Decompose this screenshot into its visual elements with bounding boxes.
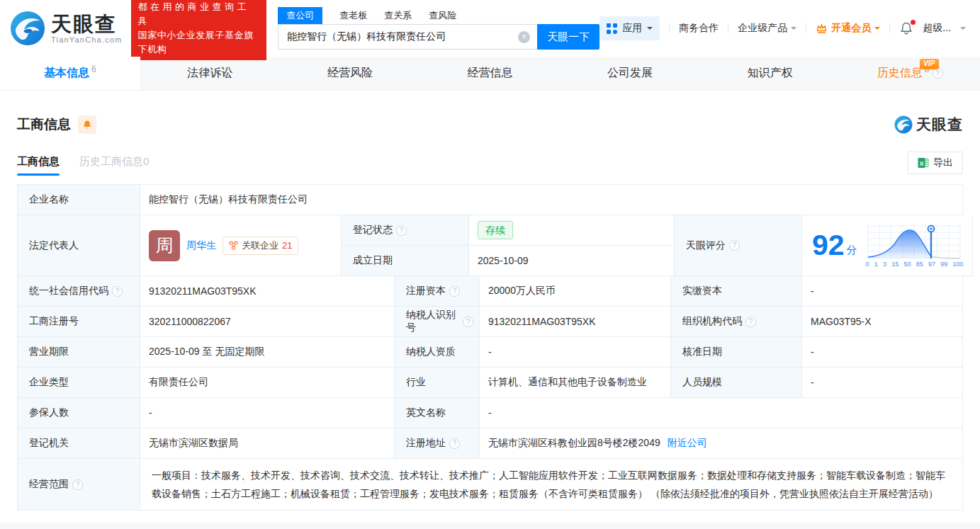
taxpayer-qual-value: - <box>480 337 671 368</box>
open-vip-menu[interactable]: 开通会员 <box>816 22 880 35</box>
score-value: 92 <box>812 231 845 260</box>
industry-value: 计算机、通信和其他电子设备制造业 <box>480 368 671 398</box>
excel-icon: X <box>918 157 929 169</box>
monitor-bell-button[interactable] <box>78 115 96 134</box>
help-icon[interactable]: ? <box>112 286 123 297</box>
table-row: 企业名称 能控智行（无锡）科技有限责任公司 <box>18 185 963 215</box>
export-button[interactable]: X 导出 <box>908 152 963 174</box>
field-label: 企业名称 <box>18 185 140 215</box>
legal-rep-link[interactable]: 周华生 <box>186 239 216 252</box>
related-companies-badge[interactable]: 关联企业 21 <box>223 237 298 255</box>
field-label: 成立日期 <box>342 246 469 276</box>
field-label: 行业 <box>395 368 480 398</box>
subtab-history-business-info[interactable]: 历史工商信息0 <box>79 155 149 176</box>
export-label: 导出 <box>933 157 953 169</box>
subtab-row: 工商信息 历史工商信息0 X 导出 <box>17 153 963 176</box>
field-label: 纳税人识别号? <box>395 307 480 337</box>
field-label: 企业类型 <box>18 368 140 398</box>
tab-business-info[interactable]: 经营信息 <box>420 57 561 90</box>
logo[interactable]: 天眼查 TianYanCha.com <box>10 11 123 46</box>
divider <box>806 23 806 33</box>
search-tab-boss[interactable]: 查老板 <box>339 7 367 24</box>
enterprise-products-label: 企业级产品 <box>738 22 787 35</box>
field-label: 人员规模 <box>671 368 802 398</box>
score-axis-ticks: 0131550859799100 <box>866 261 964 268</box>
search-tab-risk[interactable]: 查风险 <box>429 7 456 24</box>
score-unit: 分 <box>847 244 857 257</box>
apps-menu[interactable]: 应用 <box>599 16 660 40</box>
est-date-value: 2025-10-09 <box>469 246 675 276</box>
subtab-business-info[interactable]: 工商信息 <box>17 155 60 176</box>
tab-basic-info[interactable]: 基本信息 6 <box>0 57 140 90</box>
score-cell: 92 分 0131550859799100 <box>802 215 973 276</box>
field-label: 统一社会信用代码? <box>18 276 140 307</box>
tab-label: 经营风险 <box>327 66 373 81</box>
help-icon[interactable]: ? <box>729 240 740 251</box>
help-icon[interactable]: ? <box>449 286 460 297</box>
divider <box>889 23 890 33</box>
table-row: 法定代表人 周 周华生 关联企业 21 登记状态? <box>18 215 963 276</box>
open-vip-label: 开通会员 <box>831 22 871 35</box>
nearby-companies-link[interactable]: 附近公司 <box>668 437 707 450</box>
business-cooperation-link[interactable]: 商务合作 <box>679 22 719 35</box>
slogan-banner: 都在用的商业查询工具 国家中小企业发展子基金旗下机构 <box>131 0 267 60</box>
section-title: 工商信息 <box>17 115 71 134</box>
relation-graph-icon <box>229 241 238 250</box>
reg-capital-value: 20000万人民币 <box>480 276 671 307</box>
tab-company-development[interactable]: 公司发展 <box>560 57 700 90</box>
brand-name: 天眼查 <box>51 13 123 35</box>
tianyancha-logo-icon <box>10 11 45 46</box>
field-label: 营业期限 <box>18 337 140 368</box>
tab-label: 历史信息 <box>877 66 923 81</box>
notifications-button[interactable] <box>899 21 913 35</box>
chevron-down-icon[interactable] <box>960 27 966 33</box>
score-distribution-chart: 0131550859799100 <box>866 223 964 268</box>
business-scope-value: 一般项目：技术服务、技术开发、技术咨询、技术交流、技术转让、技术推广；人工智能应… <box>140 459 963 511</box>
search-tabs: 查公司 查老板 查关系 查风险 <box>278 7 599 24</box>
address-value: 无锡市滨湖区科教创业园8号楼2楼2049 <box>488 437 660 450</box>
insured-count-value: - <box>140 398 395 428</box>
help-icon[interactable]: ? <box>72 479 83 490</box>
slogan-line2: 国家中小企业发展子基金旗下机构 <box>138 28 260 57</box>
tab-legal-proceedings[interactable]: 法律诉讼 <box>140 57 281 90</box>
help-icon[interactable]: ? <box>449 438 460 449</box>
avatar[interactable]: 周 <box>149 230 180 261</box>
search-area: 查公司 查老板 查关系 查风险 × 天眼一下 <box>278 7 599 50</box>
field-label: 英文名称 <box>395 398 480 428</box>
tab-intellectual-property[interactable]: 知识产权 <box>700 57 840 90</box>
field-label: 经营范围? <box>18 459 140 511</box>
help-icon[interactable]: ? <box>745 317 756 327</box>
bell-icon <box>82 120 92 130</box>
enterprise-products-menu[interactable]: 企业级产品 <box>738 22 796 35</box>
legal-rep-cell: 周 周华生 关联企业 21 <box>140 215 342 276</box>
taxpayer-id-value: 91320211MAG03T95XK <box>480 307 671 337</box>
search-tab-company[interactable]: 查公司 <box>278 7 322 24</box>
help-icon[interactable]: ? <box>396 225 407 236</box>
search-input[interactable] <box>278 31 518 42</box>
field-label: 法定代表人 <box>18 215 140 276</box>
app-grid-icon <box>607 23 617 34</box>
divider <box>728 23 728 33</box>
english-name-value: - <box>480 398 963 428</box>
slogan-line1: 都在用的商业查询工具 <box>138 0 260 28</box>
table-row: 参保人数 - 英文名称 - <box>18 398 963 428</box>
field-label: 组织机构代码? <box>671 307 802 337</box>
notification-dot <box>911 20 916 25</box>
search-button[interactable]: 天眼一下 <box>537 24 599 50</box>
field-label: 注册资本? <box>395 276 480 307</box>
watermark-label: 天眼查 <box>916 115 963 135</box>
help-icon[interactable]: ? <box>463 317 473 327</box>
account-menu[interactable]: 超级... <box>923 22 951 35</box>
clear-icon[interactable]: × <box>518 31 530 43</box>
chevron-down-icon <box>874 27 880 33</box>
svg-text:X: X <box>919 160 923 167</box>
search-tab-relation[interactable]: 查关系 <box>384 7 412 24</box>
tab-operational-risk[interactable]: 经营风险 <box>280 57 420 90</box>
paid-capital-value: - <box>802 276 963 307</box>
business-term-value: 2025-10-09 至 无固定期限 <box>140 337 395 368</box>
brand-domain: TianYanCha.com <box>51 35 123 44</box>
chevron-down-icon <box>647 27 653 33</box>
help-icon[interactable]: ? <box>933 68 943 79</box>
tab-history-info[interactable]: VIP 历史信息 3 ? <box>840 57 980 90</box>
company-type-value: 有限责任公司 <box>140 368 395 398</box>
